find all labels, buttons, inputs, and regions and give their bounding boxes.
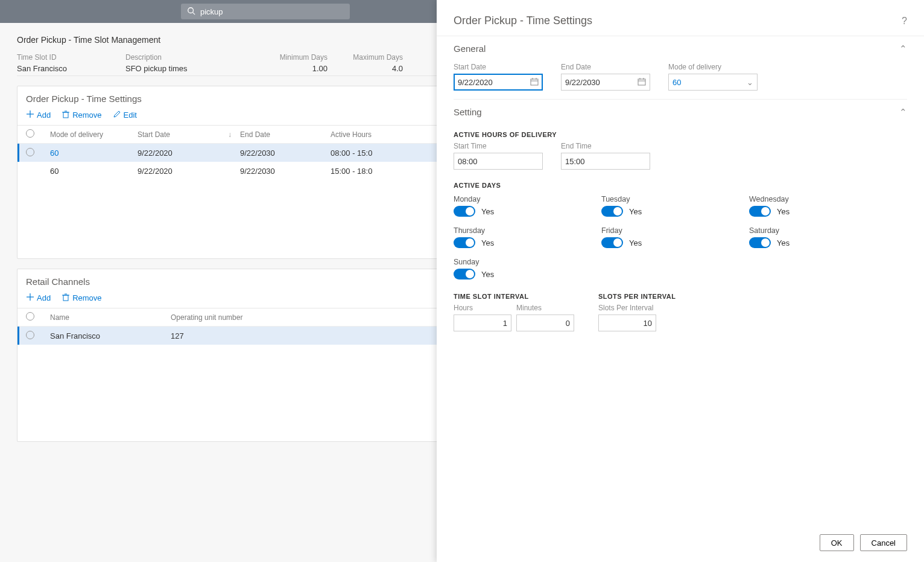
row-radio[interactable] (26, 331, 34, 339)
slots-input[interactable]: 10 (598, 315, 656, 331)
hours-input[interactable]: 1 (454, 315, 511, 331)
interval-head: TIME SLOT INTERVAL (454, 284, 574, 304)
filter-min-days-label: Minimum Days (280, 53, 328, 62)
active-days-head: ACTIVE DAYS (454, 173, 907, 193)
svg-line-1 (193, 12, 195, 14)
svg-rect-16 (638, 79, 645, 85)
col-end[interactable]: End Date (240, 130, 331, 139)
row-radio[interactable] (26, 148, 34, 156)
saturday-toggle[interactable] (749, 237, 771, 248)
cell-end: 9/22/2030 (240, 167, 331, 176)
cell-mode[interactable]: 60 (50, 148, 138, 158)
sunday-label: Sunday (454, 258, 601, 266)
svg-rect-12 (531, 79, 538, 85)
monday-label: Monday (454, 195, 601, 203)
start-time-value: 08:00 (458, 157, 539, 166)
slots-label: Slots Per Interval (598, 304, 676, 312)
select-all-radio[interactable] (26, 312, 34, 321)
friday-toggle[interactable] (601, 237, 623, 248)
add-label: Add (37, 110, 51, 120)
cell-end: 9/22/2030 (240, 148, 331, 158)
add-button[interactable]: Add (26, 110, 51, 120)
end-time-value: 15:00 (565, 157, 646, 166)
thursday-label: Thursday (454, 226, 601, 235)
sunday-text: Yes (481, 270, 494, 279)
end-time-label: End Time (561, 142, 650, 150)
tuesday-toggle[interactable] (601, 206, 623, 217)
general-label: General (454, 43, 486, 54)
minutes-input[interactable]: 0 (516, 315, 574, 331)
add-button[interactable]: Add (26, 293, 51, 303)
mode-select[interactable]: 60 ⌄ (668, 74, 758, 91)
filter-description-label: Description (125, 53, 252, 62)
filter-min-days-value[interactable]: 1.00 (312, 64, 328, 73)
end-time-input[interactable]: 15:00 (561, 153, 650, 170)
chevron-down-icon[interactable]: ⌄ (747, 78, 753, 87)
wednesday-label: Wednesday (749, 195, 897, 203)
thursday-text: Yes (481, 238, 494, 247)
saturday-text: Yes (777, 238, 790, 247)
col-name[interactable]: Name (50, 313, 171, 322)
col-start[interactable]: Start Date (138, 130, 228, 139)
start-time-label: Start Time (454, 142, 543, 150)
tuesday-text: Yes (629, 207, 642, 216)
monday-text: Yes (481, 207, 494, 216)
chevron-up-icon[interactable]: ⌃ (899, 43, 907, 54)
sunday-toggle[interactable] (454, 269, 475, 279)
hours-label: Hours (454, 304, 511, 312)
filter-max-days-value[interactable]: 4.0 (392, 64, 403, 73)
hours-value: 1 (458, 319, 507, 328)
slideout-panel: Order Pickup - Time Settings ? General ⌃… (437, 0, 924, 454)
edit-label: Edit (124, 110, 137, 120)
help-icon[interactable]: ? (902, 16, 907, 27)
cell-hours: 15:00 - 18:0 (331, 167, 403, 176)
calendar-icon[interactable] (638, 77, 646, 88)
filter-max-days-label: Maximum Days (353, 53, 403, 62)
active-hours-head: ACTIVE HOURS OF DELIVERY (454, 123, 907, 142)
filter-description-value[interactable]: SFO pickup times (125, 64, 252, 73)
plus-icon (26, 110, 34, 120)
remove-label: Remove (72, 110, 101, 120)
thursday-toggle[interactable] (454, 237, 475, 248)
minutes-label: Minutes (516, 304, 574, 312)
filter-time-slot-id-value[interactable]: San Francisco (17, 64, 107, 73)
panel-title: Order Pickup - Time Settings (454, 14, 592, 27)
cell-start: 9/22/2020 (138, 167, 228, 176)
add-label: Add (37, 293, 51, 302)
start-date-value: 9/22/2020 (458, 78, 530, 87)
cell-mode: 60 (50, 167, 138, 176)
end-date-input[interactable]: 9/22/2030 (561, 74, 650, 91)
tuesday-label: Tuesday (601, 195, 749, 203)
mode-value: 60 (672, 78, 747, 87)
cell-start: 9/22/2020 (138, 148, 228, 158)
svg-rect-9 (63, 295, 68, 301)
wednesday-toggle[interactable] (749, 206, 771, 217)
plus-icon (26, 293, 34, 303)
end-date-value: 9/22/2030 (565, 78, 638, 87)
col-op[interactable]: Operating unit number (171, 313, 291, 322)
start-date-input[interactable]: 9/22/2020 (454, 74, 543, 91)
slots-value: 10 (603, 319, 652, 328)
monday-toggle[interactable] (454, 206, 475, 217)
setting-label: Setting (454, 107, 482, 118)
search-icon (187, 7, 195, 17)
pencil-icon (113, 110, 121, 120)
select-all-radio[interactable] (26, 129, 34, 138)
svg-rect-4 (63, 112, 68, 118)
col-hours[interactable]: Active Hours (331, 130, 403, 139)
slots-head: SLOTS PER INTERVAL (598, 284, 676, 304)
calendar-icon[interactable] (530, 77, 539, 88)
mode-label: Mode of delivery (668, 63, 758, 71)
general-section-head[interactable]: General ⌃ (454, 36, 907, 59)
chevron-up-icon[interactable]: ⌃ (899, 107, 907, 118)
edit-button[interactable]: Edit (113, 110, 137, 120)
remove-button[interactable]: Remove (62, 110, 101, 120)
start-time-input[interactable]: 08:00 (454, 153, 543, 170)
remove-button[interactable]: Remove (62, 293, 101, 303)
search-box[interactable]: pickup (181, 4, 350, 19)
trash-icon (62, 293, 70, 303)
saturday-label: Saturday (749, 226, 897, 235)
sort-down-icon[interactable]: ↓ (228, 130, 240, 139)
col-mode[interactable]: Mode of delivery (50, 130, 138, 139)
setting-section-head[interactable]: Setting ⌃ (454, 100, 907, 123)
